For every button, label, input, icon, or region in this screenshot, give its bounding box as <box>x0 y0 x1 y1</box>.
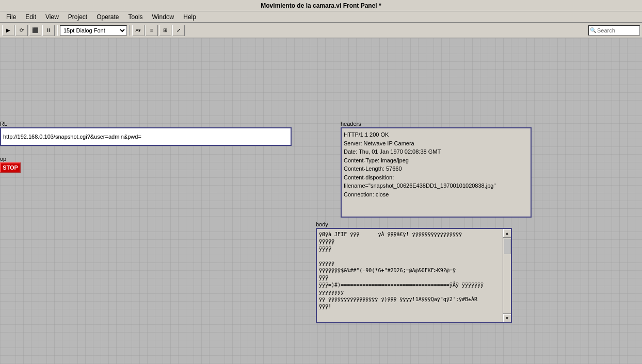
menu-view[interactable]: View <box>41 12 63 22</box>
url-value: http://192.168.0.103/snapshot.cgi?&user=… <box>3 134 141 140</box>
toolbar: ▶ ⟳ ⬛ ⏸ 15pt Dialog Font A▾ ≡ ⊞ ⤢ 🔍 <box>0 23 642 38</box>
headers-label: headers <box>341 121 532 127</box>
url-section: RL http://192.168.0.103/snapshot.cgi?&us… <box>0 121 292 146</box>
body-box-container: ÿØÿà JFIF ÿÿÿ ÿÀ ÿÿÿâ€ÿ! ÿÿÿÿÿÿÿÿÿÿÿÿÿÿÿ… <box>316 228 512 323</box>
title-bar: Movimiento de la camara.vi Front Panel * <box>0 0 642 11</box>
search-input[interactable] <box>597 27 638 34</box>
search-icon: 🔍 <box>590 27 596 33</box>
text-settings-button[interactable]: A▾ <box>132 25 145 36</box>
align-button[interactable]: ≡ <box>146 25 158 36</box>
menu-help[interactable]: Help <box>179 12 200 22</box>
resize-button[interactable]: ⤢ <box>172 25 185 36</box>
menu-project[interactable]: Project <box>64 12 91 22</box>
body-section: body ÿØÿà JFIF ÿÿÿ ÿÀ ÿÿÿâ€ÿ! ÿÿÿÿÿÿÿÿÿÿ… <box>316 221 512 323</box>
menu-file[interactable]: File <box>2 12 20 22</box>
search-container: 🔍 <box>588 25 640 36</box>
headers-box: HTTP/1.1 200 OK Server: Netwave IP Camer… <box>341 127 532 218</box>
toolbar-separator-1 <box>57 25 58 36</box>
headers-section: headers HTTP/1.1 200 OK Server: Netwave … <box>341 121 532 218</box>
url-label: RL <box>0 121 292 127</box>
scroll-down-button[interactable]: ▼ <box>503 314 511 322</box>
body-scrollbar: ▲ ▼ <box>503 229 511 322</box>
distribute-button[interactable]: ⊞ <box>159 25 171 36</box>
toolbar-separator-2 <box>129 25 130 36</box>
menu-tools[interactable]: Tools <box>124 12 147 22</box>
abort-button[interactable]: ⬛ <box>29 25 41 36</box>
stop-button[interactable]: STOP <box>0 162 21 173</box>
menu-operate[interactable]: Operate <box>92 12 123 22</box>
scroll-up-button[interactable]: ▲ <box>503 229 511 237</box>
body-label: body <box>316 221 512 227</box>
headers-content: HTTP/1.1 200 OK Server: Netwave IP Camer… <box>344 131 495 197</box>
body-text-value: ÿØÿà JFIF ÿÿÿ ÿÀ ÿÿÿâ€ÿ! ÿÿÿÿÿÿÿÿÿÿÿÿÿÿÿ… <box>319 231 502 309</box>
pause-button[interactable]: ⏸ <box>42 25 55 36</box>
url-input-box[interactable]: http://192.168.0.103/snapshot.cgi?&user=… <box>0 127 292 146</box>
run-button[interactable]: ▶ <box>2 25 14 36</box>
scroll-track[interactable] <box>503 237 511 314</box>
body-content: ÿØÿà JFIF ÿÿÿ ÿÀ ÿÿÿâ€ÿ! ÿÿÿÿÿÿÿÿÿÿÿÿÿÿÿ… <box>317 229 503 322</box>
scroll-thumb[interactable] <box>504 239 511 254</box>
menu-edit[interactable]: Edit <box>21 12 40 22</box>
window-title: Movimiento de la camara.vi Front Panel * <box>261 2 381 9</box>
main-canvas: RL http://192.168.0.103/snapshot.cgi?&us… <box>0 38 642 364</box>
stop-section: op STOP <box>0 156 21 173</box>
stop-label: op <box>0 156 21 162</box>
menu-window[interactable]: Window <box>148 12 179 22</box>
menu-bar: File Edit View Project Operate Tools Win… <box>0 11 642 23</box>
font-selector[interactable]: 15pt Dialog Font <box>60 25 127 36</box>
run-continuously-button[interactable]: ⟳ <box>15 25 28 36</box>
